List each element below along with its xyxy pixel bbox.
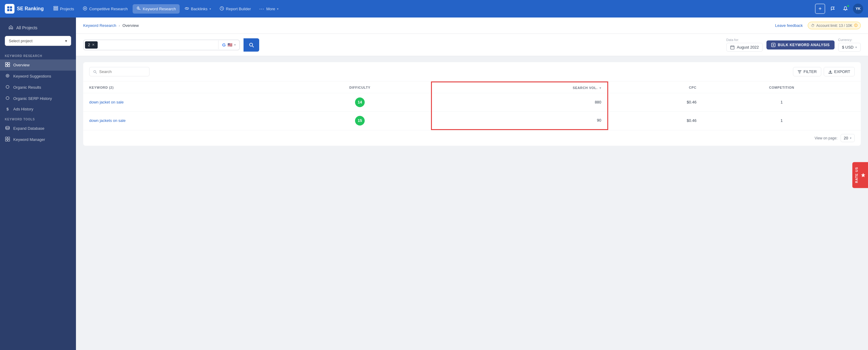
rate-us-icon — [861, 173, 866, 177]
view-on-page-label: View on page: — [815, 136, 838, 140]
keywords-table: KEYWORD (2) DIFFICULTY SEARCH VOL. ▾ CPC — [83, 82, 861, 130]
bulk-keyword-analysis-button[interactable]: BULK KEYWORD ANALYSIS — [767, 40, 835, 50]
notifications-button[interactable] — [840, 4, 850, 14]
table-row: down jackets on sale 15 90 $0.46 — [83, 111, 861, 130]
sidebar-overview-label: Overview — [13, 63, 30, 67]
page-size-selector[interactable]: 20 ▾ — [841, 134, 855, 142]
select-dropdown-arrow: ▾ — [65, 39, 67, 43]
svg-rect-5 — [54, 8, 58, 9]
svg-rect-13 — [5, 65, 7, 67]
col-keyword-label: KEYWORD (2) — [89, 86, 114, 89]
sidebar-organic-serp-history-label: Organic SERP History — [13, 96, 52, 101]
user-avatar[interactable]: YK — [853, 4, 863, 14]
filter-row: FILTER EXPORT — [83, 62, 861, 82]
sidebar-item-keyword-manager[interactable]: Keyword Manager — [0, 134, 76, 145]
sidebar: All Projects Select project ▾ Keyword Re… — [0, 18, 76, 350]
currency-dropdown-arrow: ▾ — [855, 46, 857, 49]
nav-projects[interactable]: Projects — [50, 4, 78, 13]
svg-rect-14 — [8, 65, 10, 67]
report-builder-icon — [219, 6, 224, 12]
table-search-bar[interactable] — [89, 67, 150, 76]
page-size-value: 20 — [844, 136, 848, 140]
leave-feedback-link[interactable]: Leave feedback — [775, 23, 803, 28]
nav-more[interactable]: ··· More ▾ — [256, 5, 282, 13]
table-body: down jacket on sale 14 880 $0.46 — [83, 93, 861, 130]
filter-icon — [798, 70, 802, 74]
search-engine-selector[interactable]: G 🇺🇸 ▾ — [218, 40, 239, 49]
breadcrumb-parent[interactable]: Keyword Research — [83, 23, 116, 28]
nav-more-label: More — [266, 7, 275, 11]
sidebar-item-overview[interactable]: Overview — [0, 59, 76, 70]
table-row: down jacket on sale 14 880 $0.46 — [83, 93, 861, 111]
sidebar-keyword-suggestions-label: Keyword Suggestions — [13, 74, 51, 79]
ads-history-icon: $ — [5, 107, 10, 111]
col-cpc-label: CPC — [689, 86, 696, 89]
difficulty-cell-2: 15 — [289, 111, 431, 130]
data-for-group: Data for: August 2022 — [726, 38, 763, 52]
filter-button[interactable]: FILTER — [793, 67, 821, 76]
svg-point-27 — [94, 70, 96, 72]
rate-us-tab[interactable]: RATE US — [852, 162, 868, 188]
keyword-tools-section-title: Keyword Tools — [0, 114, 76, 123]
sidebar-item-organic-results[interactable]: Organic Results — [0, 82, 76, 93]
sidebar-keyword-manager-label: Keyword Manager — [13, 137, 45, 142]
svg-rect-1 — [10, 6, 12, 8]
keyword-link-1[interactable]: down jacket on sale — [89, 100, 124, 105]
select-project-dropdown[interactable]: Select project ▾ — [5, 36, 71, 46]
sidebar-item-organic-serp-history[interactable]: Organic SERP History — [0, 93, 76, 104]
col-competition-label: COMPETITION — [769, 86, 795, 89]
competition-cell-1: 1 — [703, 93, 861, 111]
svg-point-15 — [6, 74, 9, 77]
keyword-cell-2: down jackets on sale — [83, 111, 289, 130]
overview-icon — [5, 62, 10, 68]
keyword-link-2[interactable]: down jackets on sale — [89, 118, 126, 123]
logo-icon — [5, 4, 14, 13]
projects-icon — [53, 6, 58, 12]
nav-competitive-research-label: Competitive Research — [89, 7, 128, 11]
nav-projects-label: Projects — [60, 7, 74, 11]
sidebar-item-keyword-suggestions[interactable]: Keyword Suggestions — [0, 70, 76, 82]
currency-value: $ USD — [842, 45, 854, 50]
nav-report-builder[interactable]: Report Builder — [216, 4, 255, 13]
sort-arrow-icon: ▾ — [599, 86, 601, 90]
currency-group: Currency: $ USD ▾ — [838, 38, 861, 52]
bulk-btn-icon — [771, 43, 775, 47]
google-icon: G — [222, 42, 226, 47]
competitive-research-icon — [83, 6, 87, 12]
nav-competitive-research[interactable]: Competitive Research — [79, 4, 131, 13]
date-selector[interactable]: August 2022 — [726, 43, 763, 52]
table-header: KEYWORD (2) DIFFICULTY SEARCH VOL. ▾ CPC — [83, 82, 861, 93]
sidebar-all-projects[interactable]: All Projects — [5, 22, 71, 33]
competition-value-1: 1 — [781, 100, 783, 105]
calendar-icon — [730, 45, 735, 50]
search-button[interactable] — [244, 38, 259, 52]
bulk-keyword-btn-label: BULK KEYWORD ANALYSIS — [778, 43, 830, 47]
app-logo[interactable]: SE Ranking — [5, 4, 44, 13]
results-card: FILTER EXPORT — [83, 62, 861, 146]
svg-rect-25 — [731, 46, 734, 49]
table-search-input[interactable] — [99, 69, 146, 74]
flag-button[interactable] — [828, 4, 838, 14]
nav-backlinks[interactable]: Backlinks ▾ — [181, 4, 215, 13]
currency-label: Currency: — [838, 38, 852, 41]
export-button[interactable]: EXPORT — [824, 67, 855, 76]
backlinks-icon — [184, 6, 189, 12]
page-header: Keyword Research › Overview Leave feedba… — [76, 18, 868, 34]
svg-rect-0 — [7, 6, 9, 8]
competition-value-2: 1 — [781, 118, 783, 123]
export-btn-label: EXPORT — [834, 69, 850, 74]
keyword-suggestions-icon — [5, 73, 10, 79]
difficulty-badge-2: 15 — [355, 116, 365, 125]
search-tag-close-button[interactable]: ✕ — [92, 43, 95, 47]
nav-backlinks-label: Backlinks — [191, 7, 208, 11]
nav-keyword-research[interactable]: Keyword Research — [133, 4, 180, 13]
currency-selector[interactable]: $ USD ▾ — [838, 43, 861, 52]
sidebar-item-expand-database[interactable]: Expand Database — [0, 123, 76, 134]
search-vol-cell-2: 90 — [431, 111, 608, 130]
sidebar-top: All Projects Select project ▾ — [0, 22, 76, 51]
add-button[interactable]: + — [815, 4, 825, 14]
svg-rect-2 — [7, 9, 9, 11]
page-size-arrow: ▾ — [850, 136, 851, 140]
sidebar-item-ads-history[interactable]: $ Ads History — [0, 104, 76, 114]
sidebar-expand-database-label: Expand Database — [13, 126, 44, 130]
